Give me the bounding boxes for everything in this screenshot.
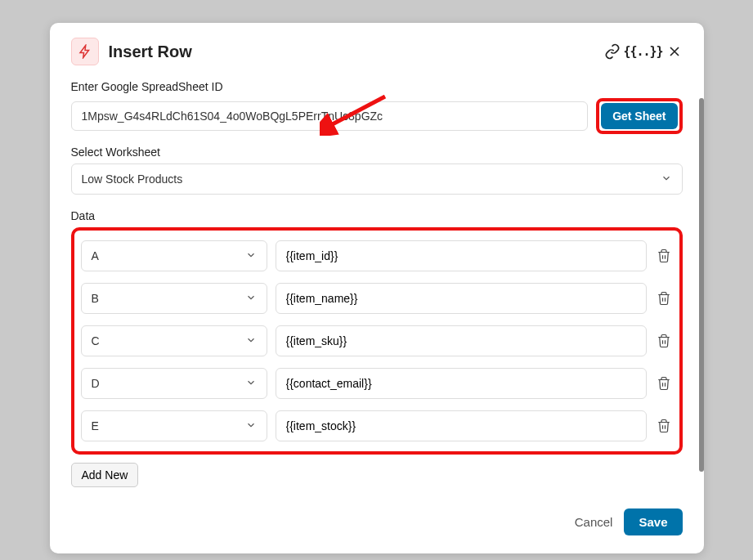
link-icon[interactable] [604,43,621,60]
delete-row-button[interactable] [655,417,673,435]
add-new-button[interactable]: Add New [71,463,139,487]
data-row: E [81,410,673,441]
data-row: B [81,283,673,314]
chevron-down-icon [245,419,257,433]
value-input[interactable] [276,325,647,356]
get-sheet-button[interactable]: Get Sheet [601,103,677,129]
braces-icon[interactable]: {{..}} [635,43,652,60]
scrollbar[interactable] [699,98,704,472]
dialog-title: Insert Row [109,43,604,61]
close-icon[interactable] [666,43,683,60]
delete-row-button[interactable] [655,247,673,265]
column-value: D [92,377,100,390]
data-row: C [81,325,673,356]
chevron-down-icon [245,334,257,348]
delete-row-button[interactable] [655,374,673,392]
value-input[interactable] [276,368,647,399]
annotation-highlight-datarows: A B C [71,227,683,455]
annotation-highlight-getsheet: Get Sheet [596,98,682,134]
worksheet-label: Select Worksheet [71,146,683,159]
column-value: E [92,419,99,432]
dialog-header: Insert Row {{..}} [71,38,683,65]
column-value: C [92,334,100,347]
column-select[interactable]: E [81,410,267,441]
column-select[interactable]: A [81,240,267,271]
chevron-down-icon [661,172,672,186]
column-value: A [92,249,99,262]
lightning-icon [71,38,99,65]
column-select[interactable]: B [81,283,267,314]
chevron-down-icon [245,249,257,263]
column-select[interactable]: C [81,325,267,356]
delete-row-button[interactable] [655,332,673,350]
cancel-button[interactable]: Cancel [575,515,613,529]
column-select[interactable]: D [81,368,267,399]
chevron-down-icon [245,377,257,391]
insert-row-dialog: Insert Row {{..}} Enter Google SpreadShe… [50,23,704,553]
chevron-down-icon [245,292,257,306]
worksheet-selected-value: Low Stock Products [82,172,183,186]
column-value: B [92,292,99,305]
data-row: A [81,240,673,271]
worksheet-select[interactable]: Low Stock Products [71,164,683,195]
dialog-footer: Cancel Save [71,508,683,535]
data-row: D [81,368,673,399]
value-input[interactable] [276,240,647,271]
delete-row-button[interactable] [655,289,673,307]
spreadsheet-id-label: Enter Google SpreadSheet ID [71,80,683,93]
value-input[interactable] [276,410,647,441]
data-label: Data [71,209,683,222]
save-button[interactable]: Save [624,508,682,535]
value-input[interactable] [276,283,647,314]
spreadsheet-id-input[interactable] [71,101,589,131]
